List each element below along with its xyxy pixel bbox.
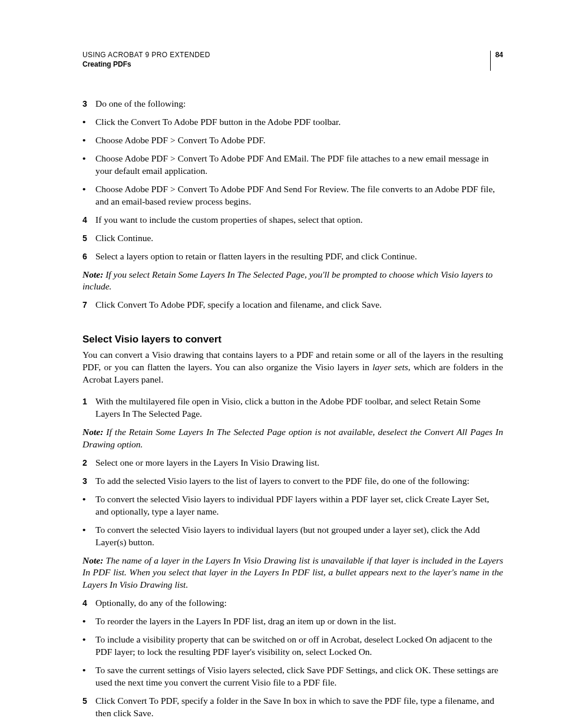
step-text: Click Convert To Adobe PDF, specify a lo… [95, 299, 503, 311]
bullet-marker: • [82, 116, 95, 129]
step-marker: 5 [82, 232, 95, 245]
bullet-text: To convert the selected Visio layers to … [95, 524, 503, 549]
section-heading: Select Visio layers to convert [82, 334, 503, 345]
page-number: 84 [490, 51, 503, 71]
note-2: Note: If the Retain Some Layers In The S… [82, 426, 503, 451]
bullet-text: To include a visibility property that ca… [95, 634, 503, 658]
step-5: 5 Click Continue. [82, 232, 503, 245]
step-text: To add the selected Visio layers to the … [95, 475, 503, 487]
step-text: If you want to include the custom proper… [95, 214, 503, 226]
bullet-item: • To save the current settings of Visio … [82, 664, 503, 689]
step-text: Optionally, do any of the following: [95, 597, 503, 610]
bullet-item: • To reorder the layers in the Layers In… [82, 615, 503, 628]
step-marker: 6 [82, 251, 95, 263]
section-intro: You can convert a Visio drawing that con… [82, 349, 503, 386]
bullet-marker: • [82, 134, 95, 147]
step-4: 4 If you want to include the custom prop… [82, 214, 503, 226]
note-label: Note: [82, 555, 103, 565]
page-content: 84 USING ACROBAT 9 PRO EXTENDED Creating… [0, 0, 562, 728]
bullet-marker: • [82, 493, 95, 518]
step-marker: 5 [82, 695, 95, 720]
step-marker: 4 [82, 597, 95, 610]
step-text: Click Convert To PDF, specify a folder i… [95, 695, 503, 720]
note-body: If the Retain Some Layers In The Selecte… [82, 427, 503, 449]
bullet-marker: • [82, 634, 95, 658]
step-marker: 2 [82, 457, 95, 469]
bullet-text: To reorder the layers in the Layers In P… [95, 615, 503, 628]
bullet-item: • To convert the selected Visio layers t… [82, 493, 503, 518]
note-4: Note: Visio layers that were selected fo… [82, 726, 503, 728]
bullet-item: • Choose Adobe PDF > Convert To Adobe PD… [82, 134, 503, 147]
note-1: Note: If you select Retain Some Layers I… [82, 269, 503, 294]
note-3: Note: The name of a layer in the Layers … [82, 555, 503, 592]
step-2b: 2 Select one or more layers in the Layer… [82, 457, 503, 469]
step-text: Select a layers option to retain or flat… [95, 251, 503, 263]
intro-em: layer sets [372, 362, 408, 372]
bullet-item: • Click the Convert To Adobe PDF button … [82, 116, 503, 129]
bullet-item: • Choose Adobe PDF > Convert To Adobe PD… [82, 153, 503, 177]
step-marker: 1 [82, 396, 95, 420]
bullet-text: Choose Adobe PDF > Convert To Adobe PDF … [95, 183, 503, 208]
bullet-marker: • [82, 615, 95, 628]
bullet-marker: • [82, 183, 95, 208]
bullet-item: • To include a visibility property that … [82, 634, 503, 658]
step-5b: 5 Click Convert To PDF, specify a folder… [82, 695, 503, 720]
step-text: Click Continue. [95, 232, 503, 245]
bullet-text: To save the current settings of Visio la… [95, 664, 503, 689]
step-4b: 4 Optionally, do any of the following: [82, 597, 503, 610]
header-subtitle: Creating PDFs [82, 60, 503, 68]
header-title: USING ACROBAT 9 PRO EXTENDED [82, 51, 503, 59]
step-6: 6 Select a layers option to retain or fl… [82, 251, 503, 263]
step-text: Do one of the following: [95, 98, 503, 110]
step-marker: 3 [82, 475, 95, 487]
step-3b: 3 To add the selected Visio layers to th… [82, 475, 503, 487]
step-marker: 3 [82, 98, 95, 110]
step-marker: 4 [82, 214, 95, 226]
step-1b: 1 With the multilayered file open in Vis… [82, 396, 503, 420]
step-3: 3 Do one of the following: [82, 98, 503, 110]
bullet-item: • Choose Adobe PDF > Convert To Adobe PD… [82, 183, 503, 208]
step-7: 7 Click Convert To Adobe PDF, specify a … [82, 299, 503, 311]
note-body: If you select Retain Some Layers In The … [82, 269, 492, 292]
bullet-text: Click the Convert To Adobe PDF button in… [95, 116, 503, 129]
note-label: Note: [82, 269, 103, 279]
bullet-text: Choose Adobe PDF > Convert To Adobe PDF … [95, 153, 503, 177]
bullet-text: To convert the selected Visio layers to … [95, 493, 503, 518]
step-text: Select one or more layers in the Layers … [95, 457, 503, 469]
bullet-text: Choose Adobe PDF > Convert To Adobe PDF. [95, 134, 503, 147]
bullet-marker: • [82, 153, 95, 177]
bullet-marker: • [82, 524, 95, 549]
bullet-marker: • [82, 664, 95, 689]
note-body: The name of a layer in the Layers In Vis… [82, 555, 503, 590]
note-label: Note: [82, 427, 103, 437]
bullet-item: • To convert the selected Visio layers t… [82, 524, 503, 549]
step-marker: 7 [82, 299, 95, 311]
step-text: With the multilayered file open in Visio… [95, 396, 503, 420]
